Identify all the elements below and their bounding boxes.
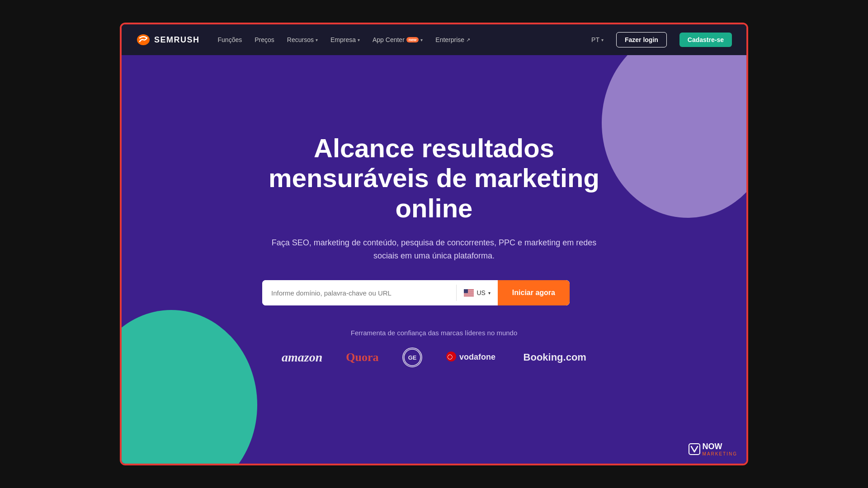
hero-subtitle: Faça SEO, marketing de conteúdo, pesquis… bbox=[262, 236, 606, 263]
appcenter-chevron-icon: ▾ bbox=[420, 38, 423, 42]
watermark: NOW MARKETING bbox=[688, 442, 737, 456]
svg-text:GE: GE bbox=[408, 354, 416, 361]
logo[interactable]: SEMRUSH bbox=[136, 33, 200, 46]
svg-rect-14 bbox=[689, 444, 700, 455]
svg-rect-5 bbox=[464, 293, 474, 294]
hero-section: Alcance resultados mensuráveis de market… bbox=[122, 55, 746, 464]
external-link-icon: ↗ bbox=[466, 37, 470, 43]
new-badge: new bbox=[406, 37, 419, 42]
svg-text:vodafone: vodafone bbox=[459, 352, 495, 361]
signup-button[interactable]: Cadastre-se bbox=[679, 33, 732, 47]
nav-precos[interactable]: Preços bbox=[255, 36, 274, 43]
ge-logo: GE bbox=[402, 347, 422, 367]
hero-title: Alcance resultados mensuráveis de market… bbox=[262, 133, 606, 224]
recursos-chevron-icon: ▾ bbox=[316, 38, 318, 42]
language-selector[interactable]: PT ▾ bbox=[591, 36, 604, 43]
empresa-chevron-icon: ▾ bbox=[358, 38, 360, 42]
hero-content: Alcance resultados mensuráveis de market… bbox=[262, 133, 606, 368]
brand-logos: amazon Quora GE ◌ vodafone bbox=[262, 347, 606, 367]
amazon-logo: amazon bbox=[282, 350, 322, 365]
login-button[interactable]: Fazer login bbox=[616, 32, 667, 47]
svg-rect-8 bbox=[464, 289, 468, 293]
decorative-circle-purple bbox=[602, 55, 746, 218]
app-frame: SEMRUSH Funções Preços Recursos ▾ Empres… bbox=[120, 23, 748, 465]
country-chevron-icon: ▾ bbox=[488, 291, 491, 296]
nav-recursos[interactable]: Recursos ▾ bbox=[287, 36, 318, 43]
watermark-marketing: MARKETING bbox=[703, 451, 737, 456]
us-flag-icon bbox=[464, 289, 474, 296]
decorative-circle-green bbox=[122, 310, 257, 464]
watermark-now: NOW bbox=[703, 442, 737, 451]
svg-rect-7 bbox=[464, 296, 474, 296]
trust-section: Ferramenta de confiança das marcas líder… bbox=[262, 329, 606, 367]
watermark-icon bbox=[688, 443, 701, 455]
svg-rect-6 bbox=[464, 294, 474, 295]
cta-button[interactable]: Iniciar agora bbox=[498, 280, 570, 305]
quora-logo: Quora bbox=[346, 351, 378, 364]
country-selector[interactable]: US ▾ bbox=[457, 280, 497, 305]
nav-enterprise[interactable]: Enterprise ↗ bbox=[435, 36, 470, 43]
search-input[interactable] bbox=[262, 280, 456, 305]
trust-text: Ferramenta de confiança das marcas líder… bbox=[262, 329, 606, 337]
nav-funcoes[interactable]: Funções bbox=[218, 36, 242, 43]
nav-empresa[interactable]: Empresa ▾ bbox=[330, 36, 360, 43]
navbar: SEMRUSH Funções Preços Recursos ▾ Empres… bbox=[122, 24, 746, 55]
lang-chevron-icon: ▾ bbox=[601, 38, 604, 42]
svg-text:◌: ◌ bbox=[447, 353, 453, 360]
vodafone-logo: ◌ vodafone bbox=[446, 350, 500, 366]
booking-logo: Booking.com bbox=[524, 352, 586, 363]
search-bar: US ▾ Iniciar agora bbox=[262, 280, 570, 305]
logo-text: SEMRUSH bbox=[154, 35, 200, 45]
nav-appcenter[interactable]: App Center new ▾ bbox=[373, 36, 423, 43]
